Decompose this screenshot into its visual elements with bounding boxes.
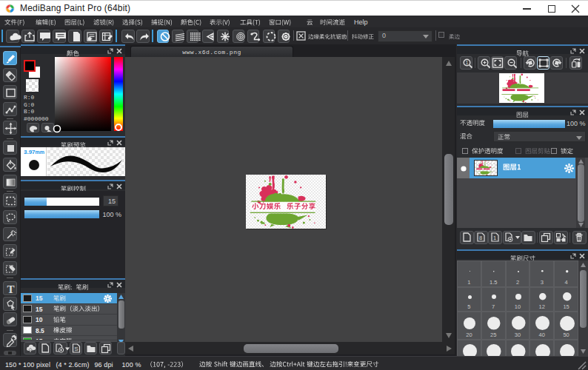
svg-text:1: 1	[493, 235, 496, 241]
svg-text:T: T	[7, 283, 14, 295]
svg-text:S: S	[74, 346, 78, 352]
svg-text:8: 8	[479, 235, 482, 241]
svg-text:1: 1	[465, 60, 468, 65]
